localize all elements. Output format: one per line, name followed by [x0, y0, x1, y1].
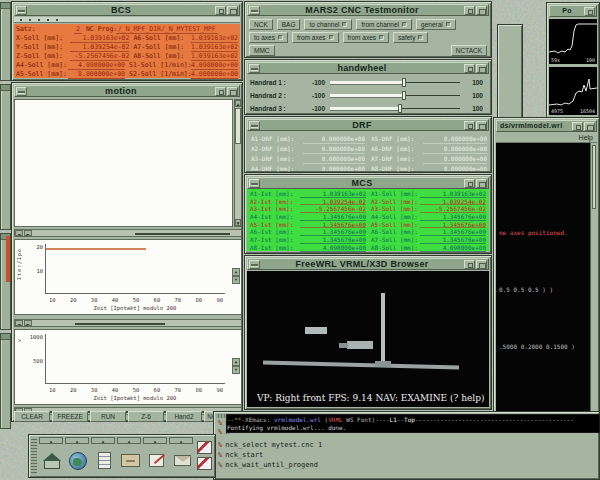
scroll-up-arrow[interactable]: ▲ — [235, 100, 241, 107]
minimize-button[interactable] — [215, 87, 226, 96]
maximize-button[interactable] — [476, 64, 487, 73]
run-button[interactable]: RUN — [90, 411, 126, 422]
bcs-menu-strip[interactable] — [14, 17, 240, 23]
editor-titlebar[interactable]: ds/vrmlmodel.wrl — [496, 120, 597, 132]
minimize-button[interactable] — [572, 122, 583, 131]
browser-button[interactable] — [65, 445, 91, 476]
subpanel-arrow[interactable]: ▴ — [117, 437, 141, 444]
editor-text-area[interactable]: ne axes positioned. 0.5 0.5 0.5 ) ) .500… — [496, 143, 597, 413]
compose-button[interactable] — [143, 445, 169, 476]
freeze-button[interactable]: FREEZE — [52, 411, 88, 422]
subpanel-arrow[interactable]: ▴ — [65, 437, 89, 444]
scroll-down-arrow[interactable]: ▼ — [235, 219, 241, 226]
plot1-scroll-arrows[interactable]: ▲▼ — [232, 268, 240, 284]
handrad2-slider[interactable] — [330, 91, 460, 100]
scroll-right-arrow[interactable]: ► — [24, 230, 32, 236]
offscreen-window-strip[interactable] — [0, 233, 11, 330]
safety-button[interactable]: safety — [393, 32, 428, 43]
scroll-left-arrow[interactable]: ◄ — [15, 230, 23, 236]
slider-thumb[interactable] — [402, 78, 406, 87]
hand2-button[interactable]: Hand2 — [166, 411, 202, 422]
plot2-scroll-arrows[interactable]: ▲▼ — [232, 358, 240, 374]
maximize-button[interactable] — [584, 122, 595, 131]
scroll-right-arrow[interactable]: ► — [24, 320, 32, 326]
offscreen-window-strip[interactable] — [497, 24, 523, 119]
freewrl-titlebar[interactable]: FreeWRL VRML/X3D Browser — [247, 258, 489, 270]
notes-button[interactable] — [91, 445, 117, 476]
motion-canvas[interactable] — [14, 99, 233, 227]
vrml-3d-viewport[interactable]: VP: Right front FPS: 9.14 NAV: EXAMINE (… — [247, 271, 489, 407]
bag-button[interactable]: BAG — [277, 19, 301, 30]
slider-thumb[interactable] — [398, 104, 402, 113]
scrollbar-thumb[interactable] — [235, 108, 241, 144]
motion-plot-1: Iter/Ipo 20 10 1020 3040 5060 7080 90 Ze… — [14, 239, 242, 315]
mars2-titlebar[interactable]: MARS2 CNC Testmonitor — [247, 4, 489, 16]
minimize-button[interactable] — [464, 179, 475, 188]
subpanel-arrow[interactable]: ▴ — [169, 437, 193, 444]
general-button[interactable]: general — [416, 19, 456, 30]
minimize-button[interactable] — [464, 121, 475, 130]
horizontal-scrollbar[interactable]: ◄ ► — [14, 319, 242, 327]
window-menu-button[interactable] — [249, 64, 260, 73]
from-axes-button-2[interactable]: from axes — [343, 32, 390, 43]
minimize-button[interactable] — [464, 6, 475, 15]
to-channel-button[interactable]: to channel — [304, 19, 352, 30]
to-axes-button[interactable]: to axes — [249, 32, 288, 43]
mmc-button[interactable]: MMC — [249, 45, 275, 56]
window-menu-button[interactable] — [249, 6, 260, 15]
scroll-left-arrow[interactable]: ◄ — [15, 320, 23, 326]
window-menu-button[interactable] — [16, 87, 27, 96]
window-menu-button[interactable] — [249, 121, 260, 130]
horizontal-scrollbar[interactable]: ◄ ► — [14, 229, 242, 237]
maximize-button[interactable] — [476, 179, 487, 188]
mail-button[interactable] — [169, 445, 195, 476]
subpanel-arrow[interactable]: ▴ — [39, 437, 63, 444]
window-menu-button[interactable] — [249, 260, 260, 269]
motion-titlebar[interactable]: motion — [14, 85, 240, 97]
bcs-titlebar[interactable]: BCS — [14, 4, 240, 16]
from-axes-button[interactable]: from axes — [292, 32, 339, 43]
nctack-button[interactable]: NCTACK — [451, 45, 487, 56]
scrollbar-thumb[interactable] — [75, 323, 165, 325]
window-menu-button[interactable] — [16, 6, 27, 15]
mcs-titlebar[interactable]: MCS — [247, 177, 489, 189]
maximize-button[interactable] — [227, 6, 238, 15]
subpanel-arrow[interactable]: ▴ — [143, 437, 167, 444]
minimize-button[interactable] — [215, 6, 226, 15]
drf-titlebar[interactable]: DRF — [247, 119, 489, 131]
maximize-button[interactable] — [476, 121, 487, 130]
subpanel-arrow[interactable]: ▴ — [91, 437, 115, 444]
monitor-graph-1: 59s 100 — [549, 19, 597, 64]
plot1-data-line — [46, 248, 146, 250]
from-channel-button[interactable]: from channel — [356, 19, 412, 30]
z6-button[interactable]: Z-6 — [128, 411, 164, 422]
handrad3-slider[interactable] — [330, 104, 460, 113]
help-menu[interactable]: Help — [579, 134, 593, 141]
monitor-titlebar[interactable]: Po — [549, 5, 597, 17]
offscreen-window-strip[interactable] — [0, 84, 11, 230]
panel-mini-icon[interactable] — [197, 441, 212, 454]
maximize-button[interactable] — [476, 6, 487, 15]
minimize-button[interactable] — [584, 7, 595, 16]
handwheel-titlebar[interactable]: handwheel — [247, 62, 489, 74]
nck-button[interactable]: NCK — [249, 19, 273, 30]
window-menu-button[interactable] — [249, 179, 260, 188]
file-drawer-button[interactable] — [117, 445, 143, 476]
home-button[interactable] — [39, 445, 65, 476]
handrad1-slider[interactable] — [330, 78, 460, 87]
scrollbar-thumb[interactable] — [135, 233, 230, 235]
vertical-scrollbar[interactable]: ▲ ▼ — [234, 99, 242, 227]
clear-button[interactable]: CLEAR — [14, 411, 50, 422]
panel-mini-icon[interactable] — [197, 457, 212, 470]
offscreen-window-strip[interactable] — [0, 333, 11, 429]
slider-thumb[interactable] — [402, 91, 406, 100]
maximize-button[interactable] — [227, 87, 238, 96]
panel-drag-handle[interactable] — [31, 437, 37, 475]
offscreen-window-strip[interactable] — [0, 2, 11, 81]
maximize-button[interactable] — [476, 260, 487, 269]
minimize-button[interactable] — [464, 260, 475, 269]
minimize-button[interactable] — [464, 64, 475, 73]
scrollbar-thumb[interactable] — [592, 145, 596, 209]
monitor-title: Po — [551, 5, 583, 17]
editor-scrollbar[interactable] — [590, 143, 597, 413]
